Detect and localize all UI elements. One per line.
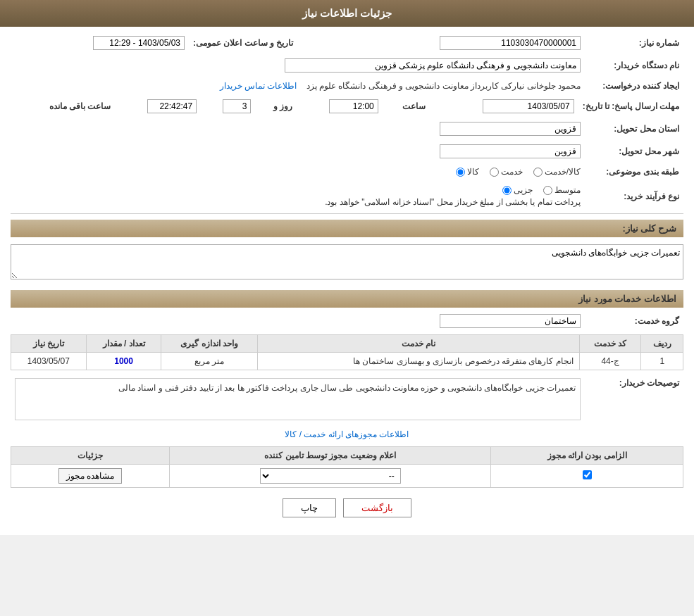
page-title: جزئیات اطلاعات نیاز — [302, 7, 392, 19]
service-group-row: گروه خدمت: — [11, 312, 683, 330]
purchase-type-area: متوسط جزیی پرداخت تمام یا بخشی از مبلغ خ… — [15, 185, 581, 207]
label-city: شهر محل تحویل: — [585, 142, 683, 161]
permit-status-select[interactable]: -- — [260, 468, 401, 484]
section-need-description: شرح کلی نیاز: — [11, 220, 683, 237]
services-table: ردیف کد خدمت نام خدمت واحد اندازه گیری ت… — [11, 334, 683, 370]
radio-kala-label: کالا — [467, 167, 479, 177]
info-row-1: شماره نیاز: تاریخ و ساعت اعلان عمومی: — [11, 34, 683, 52]
info-row-3: ایجاد کننده درخواست: محمود جلوخانی نیارک… — [11, 79, 683, 93]
label-buyer-org: نام دستگاه خریدار: — [585, 56, 683, 75]
value-buyer-org — [11, 56, 585, 75]
label-days: روز و — [255, 97, 296, 115]
radio-kala-input[interactable] — [456, 168, 465, 177]
radio-motavasat-input[interactable] — [543, 186, 552, 195]
value-purchase-type: متوسط جزیی پرداخت تمام یا بخشی از مبلغ خ… — [11, 183, 585, 209]
purchase-radio-group: متوسط جزیی — [502, 185, 581, 195]
info-row-7: طبقه بندی موضوعی: کالا/خدمت خدمت کالا — [11, 165, 683, 179]
value-created-by: محمود جلوخانی نیارکی کاربرداز معاونت دان… — [11, 79, 585, 93]
radio-kala-khadamat[interactable]: کالا/خدمت — [533, 167, 581, 177]
value-province — [11, 120, 585, 138]
th-permit-details: جزئیات — [11, 447, 170, 465]
info-row-6: شهر محل تحویل: — [11, 142, 683, 161]
label-buyer-desc: توصیحات خریدار: — [585, 375, 683, 422]
info-row-2: نام دستگاه خریدار: — [11, 56, 683, 75]
radio-khadamat[interactable]: خدمت — [490, 167, 523, 177]
service-group-input[interactable] — [440, 314, 581, 328]
buyer-desc-text: تعمیرات جزیی خوابگاه‌های دانشجویی و حوزه… — [118, 383, 576, 393]
creator-name: محمود جلوخانی نیارکی کاربرداز معاونت دان… — [306, 81, 581, 91]
value-service-group — [11, 312, 585, 330]
permit-required-checkbox[interactable] — [583, 470, 592, 479]
info-row-4: مهلت ارسال پاسخ: تا تاریخ: ساعت روز و سا… — [11, 97, 683, 115]
td-permit-required — [491, 465, 683, 488]
purchase-note: پرداخت تمام یا بخشی از مبلغ خریداز محل "… — [15, 197, 581, 207]
td-count: 1000 — [86, 353, 161, 370]
radio-jozi[interactable]: جزیی — [502, 185, 533, 195]
announce-date-input[interactable] — [93, 36, 185, 50]
content-area: شماره نیاز: تاریخ و ساعت اعلان عمومی: نا… — [0, 27, 694, 535]
label-countdown-time — [115, 97, 201, 115]
td-row-num: 1 — [641, 353, 683, 370]
category-radio-group: کالا/خدمت خدمت کالا — [456, 167, 581, 177]
value-announce-date — [11, 34, 189, 52]
label-time: ساعت — [383, 97, 430, 115]
label-category: طبقه بندی موضوعی: — [585, 165, 683, 179]
th-count: تعداد / مقدار — [86, 335, 161, 353]
radio-kala-khadamat-label: کالا/خدمت — [545, 167, 581, 177]
th-permit-status: اعلام وضعیت مجوز توسط تامین کننده — [170, 447, 491, 465]
th-row-num: ردیف — [641, 335, 683, 353]
section-services-title: اطلاعات خدمات مورد نیاز — [578, 294, 676, 304]
print-button[interactable]: چاپ — [283, 498, 336, 517]
info-row-8: نوع فرآیند خرید: متوسط جزیی — [11, 183, 683, 209]
section-need-desc-title: شرح کلی نیاز: — [622, 223, 676, 234]
days-input[interactable] — [223, 99, 251, 113]
page-wrapper: جزئیات اطلاعات نیاز شماره نیاز: تاریخ و … — [0, 0, 694, 535]
th-service-code: کد خدمت — [579, 335, 641, 353]
radio-kala-khadamat-input[interactable] — [533, 168, 543, 177]
radio-motavasat[interactable]: متوسط — [543, 185, 581, 195]
th-service-name: نام خدمت — [258, 335, 580, 353]
value-deadline — [430, 97, 578, 115]
city-input[interactable] — [440, 144, 581, 158]
province-input[interactable] — [440, 122, 581, 136]
label-need-number: شماره نیاز: — [585, 34, 683, 52]
view-permit-button[interactable]: مشاهده مجوز — [58, 468, 122, 484]
label-service-group: گروه خدمت: — [585, 312, 683, 330]
value-need-number — [318, 34, 585, 52]
info-row-5: استان محل تحویل: — [11, 120, 683, 138]
buyer-org-input[interactable] — [285, 58, 581, 73]
label-created-by: ایجاد کننده درخواست: — [585, 79, 683, 93]
permits-table: الزامی بودن ارائه مجوز اعلام وضعیت مجوز … — [11, 446, 683, 488]
need-number-input[interactable] — [440, 36, 581, 50]
deadline-date-input[interactable] — [483, 99, 574, 113]
permit-row: -- مشاهده مجوز — [11, 465, 683, 488]
value-deadline-time — [297, 97, 383, 115]
th-permit-required: الزامی بودن ارائه مجوز — [491, 447, 683, 465]
need-desc-textarea[interactable] — [11, 244, 683, 279]
buyer-desc-box: تعمیرات جزیی خوابگاه‌های دانشجویی و حوزه… — [15, 378, 581, 420]
radio-khadamat-label: خدمت — [501, 167, 523, 177]
th-date: تاریخ نیاز — [11, 335, 87, 353]
value-city — [11, 142, 585, 161]
td-permit-details: مشاهده مجوز — [11, 465, 170, 488]
countdown-time-input[interactable] — [147, 99, 197, 113]
radio-khadamat-input[interactable] — [490, 168, 499, 177]
buyer-desc-area: توصیحات خریدار: تعمیرات جزیی خوابگاه‌های… — [11, 375, 683, 422]
radio-jozi-label: جزیی — [514, 185, 533, 195]
action-buttons: بازگشت چاپ — [11, 488, 683, 528]
value-buyer-desc: تعمیرات جزیی خوابگاه‌های دانشجویی و حوزه… — [11, 375, 585, 422]
need-desc-area — [11, 241, 683, 284]
back-button[interactable]: بازگشت — [343, 498, 411, 517]
permits-section-link[interactable]: اطلاعات مجوزهای ارائه خدمت / کالا — [11, 427, 683, 442]
td-permit-status: -- — [170, 465, 491, 488]
label-province: استان محل تحویل: — [585, 120, 683, 138]
label-send-deadline: مهلت ارسال پاسخ: تا تاریخ: — [578, 97, 683, 115]
radio-motavasat-label: متوسط — [554, 185, 581, 195]
deadline-time-input[interactable] — [329, 99, 378, 113]
radio-jozi-input[interactable] — [502, 186, 512, 195]
radio-kala[interactable]: کالا — [456, 167, 479, 177]
value-days — [201, 97, 255, 115]
label-purchase-type: نوع فرآیند خرید: — [585, 183, 683, 209]
contact-link[interactable]: اطلاعات تماس خریدار — [220, 81, 297, 91]
need-desc-cell — [11, 241, 683, 284]
